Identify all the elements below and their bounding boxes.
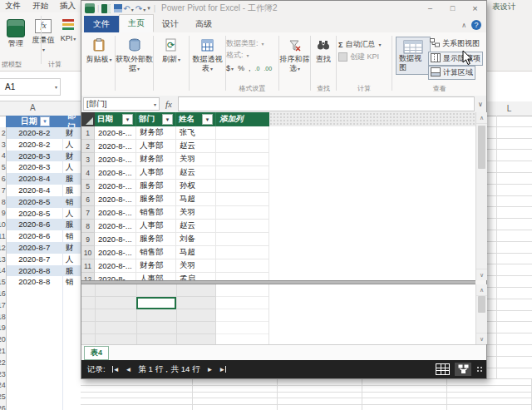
cell-date[interactable]: 2020-8-... <box>95 259 136 273</box>
sheet-tab-table4[interactable]: 表4 <box>84 346 109 360</box>
cell-date[interactable]: 2020-8-7 <box>7 242 63 254</box>
sort-filter-button[interactable]: 排序和筛选▾ <box>279 34 310 73</box>
cell-dept[interactable]: 财务部 <box>136 153 176 166</box>
select-all-corner[interactable] <box>81 112 95 126</box>
cell-dept[interactable] <box>63 380 81 392</box>
cell-date[interactable]: 2020-8-6 <box>7 230 63 242</box>
name-box-dropdown-icon[interactable]: ▾ <box>154 101 156 107</box>
cell-name[interactable]: 关羽 <box>176 259 216 273</box>
cell-dept[interactable]: 人事部 <box>63 254 81 265</box>
excel-row[interactable]: 132020-8-7人事部 <box>0 254 81 265</box>
row-number[interactable]: 22 <box>0 357 7 368</box>
excel-column-headers[interactable]: A <box>0 101 81 116</box>
row-number[interactable]: 24 <box>0 380 7 392</box>
table-row[interactable]: 22020-8-...人事部赵云 <box>81 140 475 153</box>
cell-date[interactable]: 2020-8-2 <box>7 139 63 151</box>
row-number[interactable]: 11 <box>0 230 7 242</box>
row-number[interactable]: 1 <box>81 126 95 140</box>
cell-add-column[interactable] <box>216 166 269 180</box>
row-number[interactable]: 14 <box>0 265 7 277</box>
excel-row[interactable]: 18 <box>0 311 81 323</box>
autosum-button[interactable]: Σ 自动汇总▾ <box>337 38 392 51</box>
cell-dept[interactable] <box>63 368 81 380</box>
manage-data-model-button[interactable]: 管理 <box>5 19 27 48</box>
formula-name-box[interactable]: [部门] ▾ <box>83 97 160 111</box>
cell-date[interactable] <box>7 403 63 410</box>
cell-dept[interactable]: 销售部 <box>63 230 81 242</box>
excel-row[interactable]: 72020-8-4服务部 <box>0 185 81 196</box>
scroll-up-icon[interactable]: ∧ <box>476 112 487 124</box>
dept-filter-icon[interactable]: ▼ <box>162 114 173 125</box>
row-number[interactable]: 10 <box>0 219 7 230</box>
table-row[interactable]: 32020-8-...财务部关羽 <box>81 153 475 166</box>
row-number[interactable]: 19 <box>0 323 7 334</box>
row-number[interactable]: 26 <box>0 403 7 410</box>
cell-dept[interactable]: 人事部 <box>136 166 176 180</box>
excel-row[interactable]: 19 <box>0 323 81 334</box>
cell-date[interactable]: 2020-8-4 <box>7 173 63 185</box>
cell-dept[interactable]: 销售部 <box>63 196 81 208</box>
prev-record-button[interactable]: ◄ <box>126 366 132 373</box>
cell-add-column[interactable] <box>216 193 269 206</box>
cell-dept[interactable] <box>63 288 81 299</box>
maximize-button[interactable]: □ <box>441 1 464 16</box>
cell-date[interactable]: 2020-8-... <box>95 233 136 246</box>
table-vertical-scrollbar[interactable]: ∧ ∨ <box>475 112 487 280</box>
add-column-header[interactable]: 添加列 <box>216 112 269 126</box>
collapse-ribbon-icon[interactable]: ∧ <box>461 22 466 29</box>
minimize-button[interactable]: – <box>419 1 441 16</box>
row-number[interactable]: 9 <box>81 233 95 246</box>
cell-dept[interactable] <box>63 357 81 368</box>
cell-dept[interactable]: 服务部 <box>63 185 81 196</box>
cell-date[interactable]: 2020-8-... <box>95 246 136 259</box>
cell-date[interactable]: 2020-8-... <box>95 193 136 206</box>
cell-dept[interactable] <box>63 391 81 403</box>
excel-row[interactable]: 142020-8-8服务部 <box>0 265 81 277</box>
cell-date[interactable] <box>7 311 63 323</box>
excel-row[interactable]: 32020-8-2人事部 <box>0 139 81 151</box>
row-number[interactable]: 20 <box>0 333 7 345</box>
cell-add-column[interactable] <box>216 220 269 233</box>
cell-date[interactable] <box>7 333 63 345</box>
selected-calc-cell[interactable] <box>136 297 176 309</box>
close-button[interactable]: × <box>464 1 486 16</box>
excel-tab-insert[interactable]: 插入 <box>60 1 76 12</box>
cell-date[interactable] <box>7 323 63 334</box>
clipboard-button[interactable]: 剪贴板▾ <box>83 34 115 64</box>
cell-name[interactable]: 刘备 <box>176 233 216 246</box>
column-header-dept[interactable]: 部门 ▼ <box>136 112 176 126</box>
cell-date[interactable] <box>7 391 63 403</box>
cell-date[interactable] <box>7 357 63 368</box>
excel-row[interactable]: 62020-8-4服务部 <box>0 173 81 185</box>
excel-row[interactable]: 24 <box>0 380 81 392</box>
undo-icon[interactable]: ↶▾ <box>123 4 133 13</box>
cell-date[interactable]: 2020-8-... <box>95 206 136 220</box>
cell-dept[interactable]: 人事部 <box>63 139 81 151</box>
cell-name[interactable]: 孙权 <box>176 180 216 193</box>
help-icon[interactable]: ? <box>471 20 481 30</box>
cell-dept[interactable]: 财务部 <box>63 127 81 139</box>
cell-dept[interactable]: 销售部 <box>63 276 81 288</box>
data-view-button[interactable]: 数据视图 <box>396 37 431 75</box>
cell-add-column[interactable] <box>216 140 269 153</box>
cell-date[interactable]: 2020-8-... <box>95 220 136 233</box>
row-number[interactable]: 6 <box>0 173 7 185</box>
scroll-down-icon[interactable]: ∨ <box>476 269 487 280</box>
cell-dept[interactable]: 人事部 <box>63 208 81 220</box>
get-external-data-button[interactable]: 获取外部数据▾ <box>116 34 153 73</box>
cell-add-column[interactable] <box>216 259 269 273</box>
cell-name[interactable]: 孟启 <box>176 273 216 280</box>
excel-row[interactable]: 21 <box>0 345 81 357</box>
row-number[interactable]: 12 <box>0 242 7 254</box>
cell-date[interactable]: 2020-8-... <box>95 153 136 166</box>
row-number[interactable]: 17 <box>0 299 7 311</box>
formula-input[interactable] <box>178 96 474 111</box>
cell-date[interactable] <box>7 288 63 299</box>
currency-format-button[interactable]: $▾ <box>226 64 234 72</box>
table-row[interactable]: 72020-8-...销售部关羽 <box>81 206 475 220</box>
cell-name[interactable]: 赵云 <box>176 166 216 180</box>
cell-dept[interactable]: 人事部 <box>136 140 176 153</box>
calc-scrollbar-thumb[interactable] <box>478 296 485 313</box>
excel-date-header[interactable]: 日期 ▼ <box>6 116 65 127</box>
percent-format-button[interactable]: % <box>238 64 244 72</box>
